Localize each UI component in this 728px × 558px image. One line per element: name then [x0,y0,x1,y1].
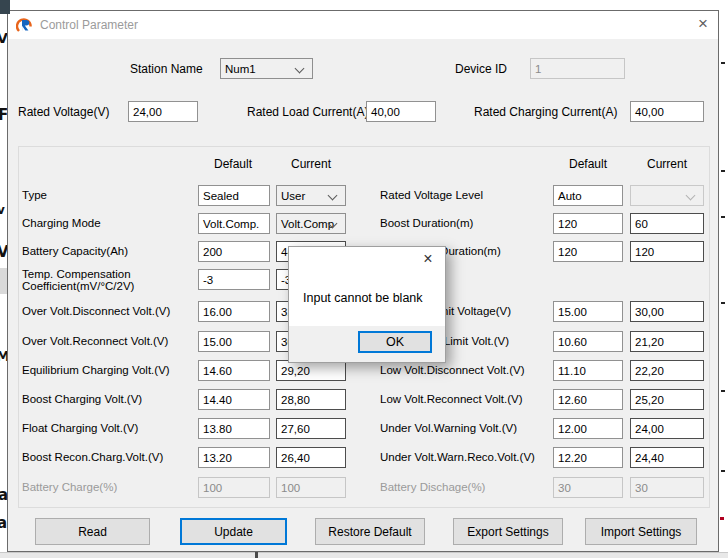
default-value-field: 14.40 [198,389,270,410]
export-settings-button[interactable]: Export Settings [453,518,563,545]
chevron-down-icon [295,64,305,74]
current-value-field[interactable]: 30,00 [630,301,704,322]
combobox-value: Volt.Comp [281,218,334,230]
current-value-field[interactable]: 22,20 [630,360,704,381]
default-value-field: 30 [553,477,623,498]
default-value-field: 15.00 [198,331,270,352]
right-current-header: Current [627,157,707,171]
default-value-field: 200 [198,241,270,262]
device-id-label: Device ID [455,58,507,79]
row-label: Battery Capacity(Ah) [22,241,194,262]
screen: Control Parameter × Station Name Num1 De… [0,0,728,558]
background-bottom-strip [0,552,728,558]
default-value-field: Volt.Comp. [198,213,270,234]
restore-default-button[interactable]: Restore Default [315,518,425,545]
current-value-field[interactable]: 24,40 [630,447,704,468]
import-settings-button[interactable]: Import Settings [585,518,697,545]
default-value-field: 120 [553,213,623,234]
device-id-field: 1 [530,58,625,79]
combobox-value: User [281,190,305,202]
row-label: Type [22,185,194,206]
default-value-field: 13.20 [198,447,270,468]
background-text-fragment: v [0,203,5,217]
station-name-label: Station Name [130,58,203,79]
current-value-field[interactable]: 26,40 [276,447,346,468]
read-button[interactable]: Read [35,518,150,545]
window-title: Control Parameter [40,18,138,32]
background-fragment [721,470,725,472]
row-label: Boost Duration(m) [380,213,550,234]
default-value-field: 11.10 [553,360,623,381]
title-bar: Control Parameter × [8,11,718,39]
current-value-field: 100 [276,477,346,498]
row-label: Float Charging Volt.(V) [22,418,194,439]
default-value-field: 13.80 [198,418,270,439]
message-box: × Input cannot be blank OK [288,246,446,363]
station-name-value: Num1 [225,63,256,75]
rated-charging-current-field[interactable]: 40,00 [630,101,704,122]
current-value-field[interactable]: 60 [630,213,704,234]
left-default-header: Default [193,157,273,171]
default-value-field: 14.60 [198,360,270,381]
row-label: Low Volt.Reconnect Volt.(V) [380,389,550,410]
row-label: Low Volt.Disconnect Volt.(V) [380,360,550,381]
current-value-field[interactable]: 24,00 [630,418,704,439]
row-label: Boost Recon.Charg.Volt.(V) [22,447,194,468]
row-label: Temp. Compensation Coefficient(mV/°C/2V) [22,265,194,295]
left-current-header: Current [271,157,351,171]
rated-voltage-field[interactable]: 24,00 [128,101,198,122]
default-value-field: Auto [553,185,623,206]
default-value-field: Sealed [198,185,270,206]
row-label: Rated Voltage Level [380,185,550,206]
default-value-field: 16.00 [198,301,270,322]
popup-message: Input cannot be blank [303,291,423,305]
current-value-field[interactable]: 25,20 [630,389,704,410]
default-value-field: 100 [198,477,270,498]
ok-button[interactable]: OK [358,331,432,353]
row-label: Over Volt.Reconnect Volt.(V) [22,331,194,352]
row-label: Over Volt.Disconnect Volt.(V) [22,301,194,322]
current-value-field: 30 [630,477,704,498]
rated-load-current-label: Rated Load Current(A) [247,101,368,122]
window-close-icon[interactable]: × [694,13,712,35]
default-value-field: 10.60 [553,331,623,352]
chevron-down-icon [686,191,696,201]
row-label: Battery Dischage(%) [380,477,550,498]
station-name-combobox[interactable]: Num1 [220,58,313,79]
current-value-field[interactable]: 28,80 [276,389,346,410]
background-fragment [721,302,725,304]
row-label: Under Vol.Warning Volt.(V) [380,418,550,439]
current-value-field[interactable]: 21,20 [630,331,704,352]
popup-close-icon[interactable]: × [419,249,437,269]
row-label: Charging Mode [22,213,194,234]
rated-voltage-label: Rated Voltage(V) [18,101,109,122]
default-value-field: 120 [553,241,623,262]
rated-charging-current-label: Rated Charging Current(A) [474,101,617,122]
background-fragment [721,62,725,64]
current-value-combobox[interactable]: User [276,185,346,206]
row-label: Equilibrium Charging Volt.(V) [22,360,194,381]
default-value-field: 12.20 [553,447,623,468]
current-value-combobox[interactable]: Volt.Comp [276,213,346,234]
update-button[interactable]: Update [180,518,287,545]
popup-footer: OK [289,326,445,362]
app-icon [16,17,33,34]
rated-load-current-field[interactable]: 40,00 [366,101,436,122]
default-value-field: 12.00 [553,418,623,439]
row-label: Battery Charge(%) [22,477,194,498]
background-window-fragment [0,268,7,294]
chevron-down-icon [328,191,338,201]
current-value-field[interactable]: 120 [630,241,704,262]
default-value-field: -3 [198,269,270,290]
background-fragment [721,170,725,172]
default-value-field: 12.60 [553,389,623,410]
default-value-field: 15.00 [553,301,623,322]
row-label: Boost Charging Volt.(V) [22,389,194,410]
background-fragment [720,517,724,520]
current-value-field[interactable]: 29,20 [276,360,346,381]
background-window-corner [0,0,10,14]
row-label: Under Volt.Warn.Reco.Volt.(V) [380,447,550,468]
current-value-combobox [630,185,704,206]
background-fragment [721,216,725,218]
current-value-field[interactable]: 27,60 [276,418,346,439]
